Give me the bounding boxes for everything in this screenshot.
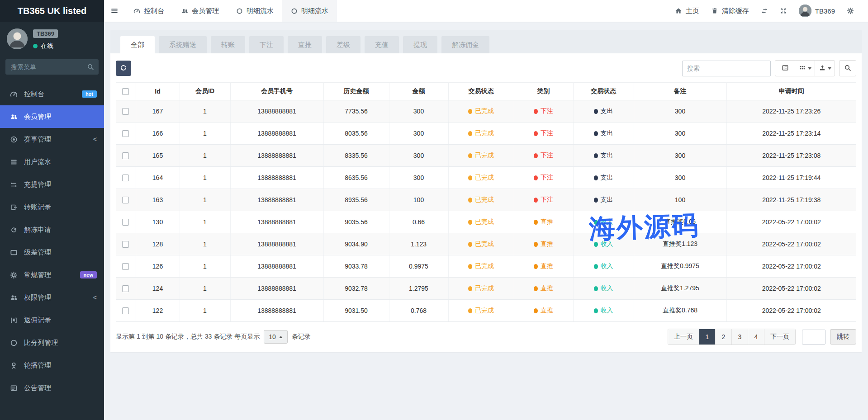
cell-select	[116, 145, 136, 167]
row-checkbox[interactable]	[122, 219, 129, 226]
filter-tab-2[interactable]: 系统赠送	[159, 36, 207, 53]
clear-cache-button[interactable]: 清除缓存	[705, 0, 755, 22]
sidebar-item-1[interactable]: 控制台hot	[0, 83, 104, 105]
filter-tab-6[interactable]: 差级	[326, 36, 360, 53]
topnav-tab-3[interactable]: 明细流水	[228, 0, 282, 22]
sidebar-item-2[interactable]: 会员管理	[0, 105, 104, 128]
filter-tab-8[interactable]: 提现	[403, 36, 437, 53]
jump-page-input[interactable]	[802, 330, 825, 344]
sidebar-item-3[interactable]: 赛事管理<	[0, 128, 104, 151]
topnav-tab-1[interactable]: 控制台	[125, 0, 173, 22]
cell-remark: 300	[634, 167, 726, 189]
cell-category: 下注	[514, 145, 573, 167]
sidebar-item-label: 公告管理	[24, 384, 51, 392]
filter-tab-3[interactable]: 转账	[211, 36, 245, 53]
sidebar-item-13[interactable]: 轮播管理	[0, 354, 104, 377]
cell-id: 126	[136, 255, 180, 278]
status-dot-icon	[468, 131, 472, 136]
table-toolbar	[116, 60, 856, 76]
prev-page-button[interactable]: 上一页	[668, 329, 699, 344]
cell-history-amount: 9031.50	[323, 300, 389, 322]
caret-down-icon	[828, 67, 831, 70]
cell-status: 已完成	[448, 300, 514, 322]
jump-button[interactable]: 跳转	[830, 329, 856, 344]
row-checkbox[interactable]	[122, 108, 129, 115]
row-checkbox[interactable]	[122, 263, 129, 270]
cell-flow: 支出	[573, 123, 634, 145]
logbook-button[interactable]	[755, 0, 774, 22]
per-page-value: 10	[269, 333, 276, 340]
sidebar-item-8[interactable]: 级差管理	[0, 241, 104, 264]
page-group: 上一页1234下一页	[668, 329, 796, 345]
page-button-2[interactable]: 2	[715, 329, 731, 344]
content-area: 全部系统赠送转账下注直推差级充值提现解冻佣金	[104, 22, 868, 420]
cell-flow: 收入	[573, 211, 634, 233]
hamburger-icon[interactable]	[104, 0, 125, 22]
cell-flow: 收入	[573, 233, 634, 255]
page-button-1[interactable]: 1	[699, 329, 715, 344]
row-checkbox[interactable]	[122, 152, 129, 159]
next-page-button[interactable]: 下一页	[764, 329, 795, 344]
topnav-tab-2[interactable]: 会员管理	[173, 0, 228, 22]
sidebar-search-input[interactable]	[5, 59, 99, 75]
filter-tab-9[interactable]: 解冻佣金	[441, 36, 489, 53]
settings-button[interactable]	[841, 0, 860, 22]
fullscreen-icon	[780, 7, 787, 14]
sidebar-item-14[interactable]: 公告管理	[0, 377, 104, 399]
filter-tab-1[interactable]: 全部	[120, 36, 155, 53]
row-checkbox[interactable]	[122, 197, 129, 203]
online-status: 在线	[33, 42, 58, 50]
sidebar-item-12[interactable]: 比分列管理	[0, 331, 104, 354]
sidebar: TB365 UK listed TB369 在线 控制台hot会员管理赛事管理<…	[0, 0, 104, 420]
row-checkbox[interactable]	[122, 130, 129, 137]
select-all-checkbox[interactable]	[122, 88, 129, 95]
page-button-4[interactable]: 4	[748, 329, 764, 344]
columns-grid-icon	[799, 64, 806, 73]
per-page-select[interactable]: 10	[264, 330, 288, 344]
columns-button[interactable]	[795, 60, 815, 76]
sidebar-item-label: 权限管理	[24, 293, 51, 302]
row-checkbox[interactable]	[122, 307, 129, 314]
topnav-tab-4[interactable]: 明细流水	[282, 0, 337, 22]
sidebar-item-11[interactable]: 返佣记录	[0, 309, 104, 331]
row-checkbox[interactable]	[122, 285, 129, 292]
cell-time: 2022-11-25 17:23:14	[726, 123, 856, 145]
home-button[interactable]: 主页	[669, 0, 705, 22]
filter-tab-5[interactable]: 直推	[288, 36, 322, 53]
column-header: 金额	[389, 83, 448, 100]
sidebar-item-5[interactable]: 充提管理	[0, 173, 104, 196]
status-dot-icon	[594, 198, 598, 203]
status-dot-icon	[534, 131, 538, 136]
sidebar-item-6[interactable]: 转账记录	[0, 196, 104, 218]
cell-amount: 100	[389, 189, 448, 211]
status-dot-icon	[468, 220, 472, 225]
page-button-3[interactable]: 3	[731, 329, 748, 344]
pager: 上一页1234下一页 跳转	[668, 329, 856, 345]
toggle-search-button[interactable]	[839, 60, 856, 76]
table-search-input[interactable]	[682, 61, 771, 76]
cell-category: 下注	[514, 100, 573, 123]
filter-tab-7[interactable]: 充值	[365, 36, 399, 53]
status-dot-icon	[534, 175, 538, 180]
sidebar-item-10[interactable]: 权限管理<	[0, 286, 104, 309]
home-icon	[675, 7, 682, 14]
row-checkbox[interactable]	[122, 241, 129, 248]
unfreeze-icon	[9, 226, 18, 234]
cell-select	[116, 211, 136, 233]
profile-menu[interactable]: TB369	[793, 0, 841, 22]
row-checkbox[interactable]	[122, 175, 129, 181]
detail-view-button[interactable]	[775, 60, 795, 76]
sidebar-item-7[interactable]: 解冻申请	[0, 218, 104, 241]
fullscreen-button[interactable]	[774, 0, 793, 22]
refresh-button[interactable]	[116, 61, 131, 76]
sidebar-item-4[interactable]: 用户流水	[0, 151, 104, 173]
status-dot-icon	[534, 308, 538, 313]
flow-badge: 收入	[594, 307, 613, 315]
sidebar-item-9[interactable]: 常规管理new	[0, 264, 104, 286]
filter-tab-4[interactable]: 下注	[249, 36, 284, 53]
export-button[interactable]	[815, 60, 835, 76]
topnav-tab-label: 明细流水	[301, 7, 328, 15]
cell-remark: 直推奖1.123	[634, 233, 726, 255]
flow-badge: 支出	[594, 174, 613, 182]
soccer-icon	[9, 136, 18, 143]
